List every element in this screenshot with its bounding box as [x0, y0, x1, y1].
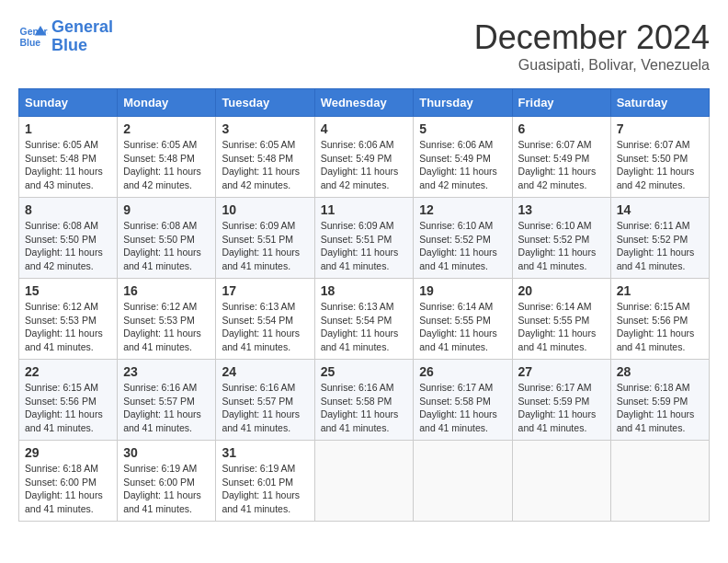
header-friday: Friday	[512, 89, 610, 117]
day-info: Sunrise: 6:10 AMSunset: 5:52 PMDaylight:…	[518, 220, 597, 271]
logo: General Blue GeneralBlue	[18, 18, 113, 55]
calendar-cell	[512, 441, 610, 522]
day-info: Sunrise: 6:18 AMSunset: 6:00 PMDaylight:…	[25, 463, 103, 514]
calendar-cell: 16 Sunrise: 6:12 AMSunset: 5:53 PMDaylig…	[118, 279, 216, 360]
header-sunday: Sunday	[19, 89, 118, 117]
calendar-cell: 2 Sunrise: 6:05 AMSunset: 5:48 PMDayligh…	[118, 117, 216, 198]
day-number: 18	[321, 283, 408, 298]
day-number: 24	[222, 364, 308, 379]
day-info: Sunrise: 6:06 AMSunset: 5:49 PMDaylight:…	[419, 139, 497, 190]
calendar-cell: 12 Sunrise: 6:10 AMSunset: 5:52 PMDaylig…	[414, 198, 512, 279]
day-number: 10	[222, 202, 308, 217]
day-info: Sunrise: 6:14 AMSunset: 5:55 PMDaylight:…	[419, 301, 497, 352]
day-info: Sunrise: 6:18 AMSunset: 5:59 PMDaylight:…	[617, 382, 695, 433]
day-info: Sunrise: 6:08 AMSunset: 5:50 PMDaylight:…	[25, 220, 103, 271]
day-number: 19	[419, 283, 506, 298]
header-saturday: Saturday	[610, 89, 709, 117]
day-number: 6	[518, 121, 605, 136]
calendar-cell: 19 Sunrise: 6:14 AMSunset: 5:55 PMDaylig…	[414, 279, 512, 360]
header-monday: Monday	[118, 89, 216, 117]
day-number: 31	[222, 445, 308, 460]
day-number: 23	[123, 364, 210, 379]
month-title: December 2024	[474, 18, 710, 57]
day-number: 26	[419, 364, 506, 379]
day-number: 11	[321, 202, 408, 217]
day-info: Sunrise: 6:12 AMSunset: 5:53 PMDaylight:…	[123, 301, 201, 352]
calendar-cell: 17 Sunrise: 6:13 AMSunset: 5:54 PMDaylig…	[216, 279, 314, 360]
calendar-cell: 31 Sunrise: 6:19 AMSunset: 6:01 PMDaylig…	[216, 441, 314, 522]
calendar-cell	[610, 441, 709, 522]
day-info: Sunrise: 6:15 AMSunset: 5:56 PMDaylight:…	[25, 382, 103, 433]
calendar-cell: 8 Sunrise: 6:08 AMSunset: 5:50 PMDayligh…	[19, 198, 118, 279]
header-tuesday: Tuesday	[216, 89, 314, 117]
day-number: 15	[25, 283, 111, 298]
day-number: 12	[419, 202, 506, 217]
calendar-cell	[414, 441, 512, 522]
calendar-cell: 4 Sunrise: 6:06 AMSunset: 5:49 PMDayligh…	[314, 117, 414, 198]
calendar-cell: 30 Sunrise: 6:19 AMSunset: 6:00 PMDaylig…	[118, 441, 216, 522]
calendar-cell: 13 Sunrise: 6:10 AMSunset: 5:52 PMDaylig…	[512, 198, 610, 279]
day-info: Sunrise: 6:19 AMSunset: 6:00 PMDaylight:…	[123, 463, 201, 514]
calendar-cell: 11 Sunrise: 6:09 AMSunset: 5:51 PMDaylig…	[314, 198, 414, 279]
header-wednesday: Wednesday	[314, 89, 414, 117]
day-number: 27	[518, 364, 605, 379]
calendar-cell: 22 Sunrise: 6:15 AMSunset: 5:56 PMDaylig…	[19, 360, 118, 441]
day-number: 22	[25, 364, 111, 379]
calendar-week-row: 8 Sunrise: 6:08 AMSunset: 5:50 PMDayligh…	[19, 198, 710, 279]
calendar-cell: 24 Sunrise: 6:16 AMSunset: 5:57 PMDaylig…	[216, 360, 314, 441]
day-info: Sunrise: 6:07 AMSunset: 5:50 PMDaylight:…	[617, 139, 695, 190]
calendar-cell: 1 Sunrise: 6:05 AMSunset: 5:48 PMDayligh…	[19, 117, 118, 198]
calendar-cell: 15 Sunrise: 6:12 AMSunset: 5:53 PMDaylig…	[19, 279, 118, 360]
day-info: Sunrise: 6:07 AMSunset: 5:49 PMDaylight:…	[518, 139, 597, 190]
calendar-cell: 3 Sunrise: 6:05 AMSunset: 5:48 PMDayligh…	[216, 117, 314, 198]
calendar-cell: 23 Sunrise: 6:16 AMSunset: 5:57 PMDaylig…	[118, 360, 216, 441]
calendar-cell	[314, 441, 414, 522]
day-number: 14	[617, 202, 703, 217]
day-info: Sunrise: 6:15 AMSunset: 5:56 PMDaylight:…	[617, 301, 695, 352]
day-info: Sunrise: 6:14 AMSunset: 5:55 PMDaylight:…	[518, 301, 597, 352]
day-number: 3	[222, 121, 308, 136]
svg-text:Blue: Blue	[20, 37, 41, 47]
location: Guasipati, Bolivar, Venezuela	[474, 57, 710, 74]
title-block: December 2024 Guasipati, Bolivar, Venezu…	[474, 18, 710, 74]
day-info: Sunrise: 6:05 AMSunset: 5:48 PMDaylight:…	[25, 139, 103, 190]
day-info: Sunrise: 6:17 AMSunset: 5:59 PMDaylight:…	[518, 382, 597, 433]
header-thursday: Thursday	[414, 89, 512, 117]
day-info: Sunrise: 6:05 AMSunset: 5:48 PMDaylight:…	[222, 139, 300, 190]
calendar: SundayMondayTuesdayWednesdayThursdayFrid…	[18, 88, 710, 522]
day-number: 1	[25, 121, 111, 136]
day-info: Sunrise: 6:13 AMSunset: 5:54 PMDaylight:…	[222, 301, 300, 352]
day-number: 9	[123, 202, 210, 217]
calendar-cell: 25 Sunrise: 6:16 AMSunset: 5:58 PMDaylig…	[314, 360, 414, 441]
day-info: Sunrise: 6:08 AMSunset: 5:50 PMDaylight:…	[123, 220, 201, 271]
calendar-cell: 26 Sunrise: 6:17 AMSunset: 5:58 PMDaylig…	[414, 360, 512, 441]
calendar-cell: 21 Sunrise: 6:15 AMSunset: 5:56 PMDaylig…	[610, 279, 709, 360]
calendar-cell: 7 Sunrise: 6:07 AMSunset: 5:50 PMDayligh…	[610, 117, 709, 198]
day-number: 21	[617, 283, 703, 298]
calendar-cell: 20 Sunrise: 6:14 AMSunset: 5:55 PMDaylig…	[512, 279, 610, 360]
day-info: Sunrise: 6:16 AMSunset: 5:58 PMDaylight:…	[321, 382, 399, 433]
day-info: Sunrise: 6:09 AMSunset: 5:51 PMDaylight:…	[222, 220, 300, 271]
calendar-week-row: 1 Sunrise: 6:05 AMSunset: 5:48 PMDayligh…	[19, 117, 710, 198]
day-number: 30	[123, 445, 210, 460]
day-number: 7	[617, 121, 703, 136]
day-info: Sunrise: 6:13 AMSunset: 5:54 PMDaylight:…	[321, 301, 399, 352]
day-number: 5	[419, 121, 506, 136]
day-info: Sunrise: 6:16 AMSunset: 5:57 PMDaylight:…	[222, 382, 300, 433]
day-info: Sunrise: 6:16 AMSunset: 5:57 PMDaylight:…	[123, 382, 201, 433]
calendar-week-row: 15 Sunrise: 6:12 AMSunset: 5:53 PMDaylig…	[19, 279, 710, 360]
day-number: 4	[321, 121, 408, 136]
day-info: Sunrise: 6:06 AMSunset: 5:49 PMDaylight:…	[321, 139, 399, 190]
day-info: Sunrise: 6:10 AMSunset: 5:52 PMDaylight:…	[419, 220, 497, 271]
logo-text: GeneralBlue	[51, 18, 113, 55]
day-number: 28	[617, 364, 703, 379]
day-info: Sunrise: 6:09 AMSunset: 5:51 PMDaylight:…	[321, 220, 399, 271]
calendar-week-row: 22 Sunrise: 6:15 AMSunset: 5:56 PMDaylig…	[19, 360, 710, 441]
calendar-cell: 10 Sunrise: 6:09 AMSunset: 5:51 PMDaylig…	[216, 198, 314, 279]
calendar-cell: 9 Sunrise: 6:08 AMSunset: 5:50 PMDayligh…	[118, 198, 216, 279]
day-number: 16	[123, 283, 210, 298]
day-number: 20	[518, 283, 605, 298]
day-info: Sunrise: 6:17 AMSunset: 5:58 PMDaylight:…	[419, 382, 497, 433]
page-header: General Blue GeneralBlue December 2024 G…	[18, 18, 710, 74]
day-number: 8	[25, 202, 111, 217]
